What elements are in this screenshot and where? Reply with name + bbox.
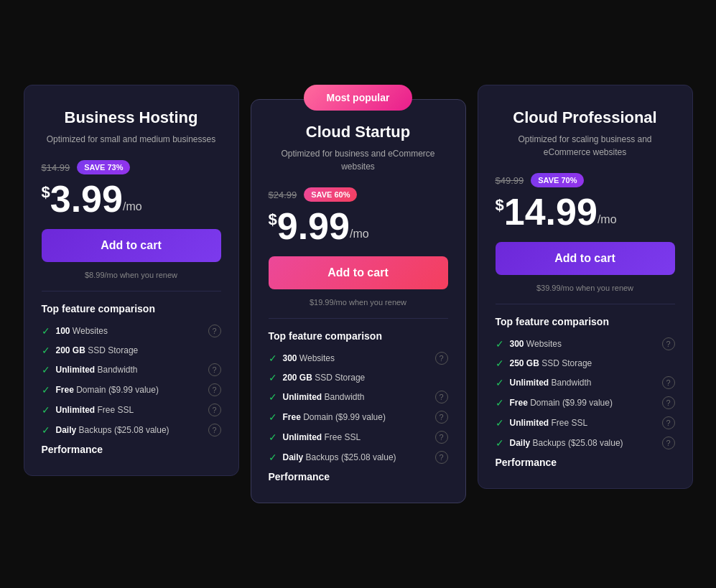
- feature-item: ✓Free Domain ($9.99 value)?: [269, 411, 448, 424]
- check-icon: ✓: [496, 437, 504, 449]
- feature-text: Unlimited Bandwidth: [510, 378, 592, 388]
- check-icon: ✓: [496, 377, 504, 388]
- price-period-cloud-startup: /mo: [350, 228, 369, 241]
- check-icon: ✓: [496, 397, 504, 409]
- feature-text: Unlimited Bandwidth: [56, 365, 138, 375]
- most-popular-badge: Most popular: [304, 85, 413, 111]
- check-icon: ✓: [42, 404, 50, 416]
- original-price-cloud-startup: $24.99: [269, 190, 297, 200]
- check-icon: ✓: [269, 372, 277, 383]
- check-icon: ✓: [269, 452, 277, 463]
- renew-price-business: $8.99/mo when you renew: [42, 271, 221, 279]
- page-description: [14, 40, 702, 56]
- info-icon: ?: [208, 403, 221, 416]
- feature-item: ✓Daily Backups ($25.08 value)?: [496, 437, 675, 449]
- price-amount-cloud-professional: 14.99: [504, 193, 598, 230]
- renew-price-cloud-startup: $19.99/mo when you renew: [269, 298, 448, 307]
- pricing-row-cloud-startup: $24.99SAVE 60%: [269, 187, 448, 202]
- info-icon: ?: [435, 451, 448, 464]
- price-main-business: $3.99/mo: [42, 180, 221, 218]
- info-icon: ?: [662, 416, 675, 429]
- info-icon: ?: [662, 396, 675, 409]
- price-amount-business: 3.99: [50, 180, 123, 218]
- add-to-cart-business[interactable]: Add to cart: [42, 229, 221, 262]
- check-icon: ✓: [42, 384, 50, 396]
- plan-subtitle-cloud-professional: Optimized for scaling business and eComm…: [496, 133, 675, 159]
- feature-item: ✓200 GB SSD Storage: [42, 345, 221, 356]
- feature-item: ✓Unlimited Bandwidth?: [496, 376, 675, 389]
- price-amount-cloud-startup: 9.99: [277, 207, 350, 245]
- price-main-cloud-startup: $9.99/mo: [269, 207, 448, 245]
- popular-badge-wrapper: Most popular: [304, 85, 413, 111]
- feature-text: Daily Backups ($25.08 value): [56, 425, 169, 435]
- info-icon: ?: [208, 424, 221, 437]
- page-header: [14, 40, 702, 56]
- price-main-cloud-professional: $14.99/mo: [496, 193, 675, 230]
- check-icon: ✓: [496, 338, 504, 350]
- plans-container: Business HostingOptimized for small and …: [14, 85, 702, 503]
- check-icon: ✓: [269, 411, 277, 423]
- feature-text: 300 Websites: [510, 339, 562, 349]
- check-icon: ✓: [42, 424, 50, 436]
- feature-item: ✓200 GB SSD Storage: [269, 372, 448, 383]
- feature-text: Unlimited Bandwidth: [283, 392, 365, 402]
- save-badge-cloud-startup: SAVE 60%: [304, 187, 357, 202]
- feature-item: ✓Daily Backups ($25.08 value)?: [42, 424, 221, 437]
- feature-item: ✓Unlimited Bandwidth?: [42, 363, 221, 376]
- price-dollar-cloud-startup: $: [269, 212, 277, 228]
- features-title-cloud-startup: Top feature comparison: [269, 330, 448, 342]
- check-icon: ✓: [269, 353, 277, 364]
- add-to-cart-cloud-startup[interactable]: Add to cart: [269, 256, 448, 289]
- feature-item: ✓Free Domain ($9.99 value)?: [42, 383, 221, 396]
- feature-item: ✓Unlimited Free SSL?: [269, 431, 448, 444]
- original-price-cloud-professional: $49.99: [496, 175, 524, 186]
- feature-text: 200 GB SSD Storage: [56, 345, 139, 355]
- info-icon: ?: [662, 437, 675, 449]
- renew-price-cloud-professional: $39.99/mo when you renew: [496, 284, 675, 292]
- add-to-cart-cloud-professional[interactable]: Add to cart: [496, 242, 675, 275]
- performance-title-cloud-startup: Performance: [269, 471, 448, 482]
- price-period-business: /mo: [123, 200, 142, 213]
- save-badge-business: SAVE 73%: [77, 160, 130, 174]
- check-icon: ✓: [269, 431, 277, 443]
- feature-item: ✓Unlimited Free SSL?: [496, 416, 675, 429]
- plan-card-cloud-startup: Cloud StartupOptimized for business and …: [251, 99, 466, 503]
- feature-text: 300 Websites: [283, 353, 335, 363]
- original-price-business: $14.99: [42, 162, 70, 173]
- feature-text: Unlimited Free SSL: [510, 418, 588, 428]
- feature-item: ✓300 Websites?: [269, 352, 448, 365]
- feature-text: Unlimited Free SSL: [56, 405, 134, 415]
- feature-item: ✓Unlimited Free SSL?: [42, 403, 221, 416]
- divider-cloud-startup: [269, 318, 448, 319]
- feature-text: Daily Backups ($25.08 value): [283, 452, 396, 462]
- price-dollar-business: $: [42, 185, 50, 200]
- check-icon: ✓: [269, 391, 277, 403]
- check-icon: ✓: [42, 364, 50, 375]
- features-title-cloud-professional: Top feature comparison: [496, 316, 675, 327]
- info-icon: ?: [208, 363, 221, 376]
- info-icon: ?: [662, 376, 675, 389]
- plan-title-cloud-professional: Cloud Professional: [496, 108, 675, 127]
- feature-item: ✓300 Websites?: [496, 337, 675, 350]
- plan-subtitle-business: Optimized for small and medium businesse…: [42, 133, 221, 146]
- save-badge-cloud-professional: SAVE 70%: [531, 173, 584, 187]
- info-icon: ?: [435, 391, 448, 403]
- plan-card-cloud-professional: Cloud ProfessionalOptimized for scaling …: [478, 85, 693, 489]
- info-icon: ?: [662, 337, 675, 350]
- performance-title-cloud-professional: Performance: [496, 457, 675, 468]
- feature-item: ✓250 GB SSD Storage: [496, 358, 675, 369]
- feature-text: Daily Backups ($25.08 value): [510, 438, 623, 448]
- feature-text: Free Domain ($9.99 value): [56, 385, 159, 395]
- feature-text: Free Domain ($9.99 value): [283, 412, 386, 422]
- feature-item: ✓100 Websites?: [42, 325, 221, 337]
- feature-text: 100 Websites: [56, 326, 108, 336]
- feature-item: ✓Unlimited Bandwidth?: [269, 391, 448, 403]
- plan-title-cloud-startup: Cloud Startup: [269, 123, 448, 141]
- feature-text: 200 GB SSD Storage: [283, 373, 366, 383]
- info-icon: ?: [435, 411, 448, 424]
- info-icon: ?: [208, 383, 221, 396]
- plan-card-business: Business HostingOptimized for small and …: [24, 85, 239, 476]
- divider-business: [42, 291, 221, 291]
- feature-item: ✓Daily Backups ($25.08 value)?: [269, 451, 448, 464]
- price-period-cloud-professional: /mo: [598, 213, 617, 226]
